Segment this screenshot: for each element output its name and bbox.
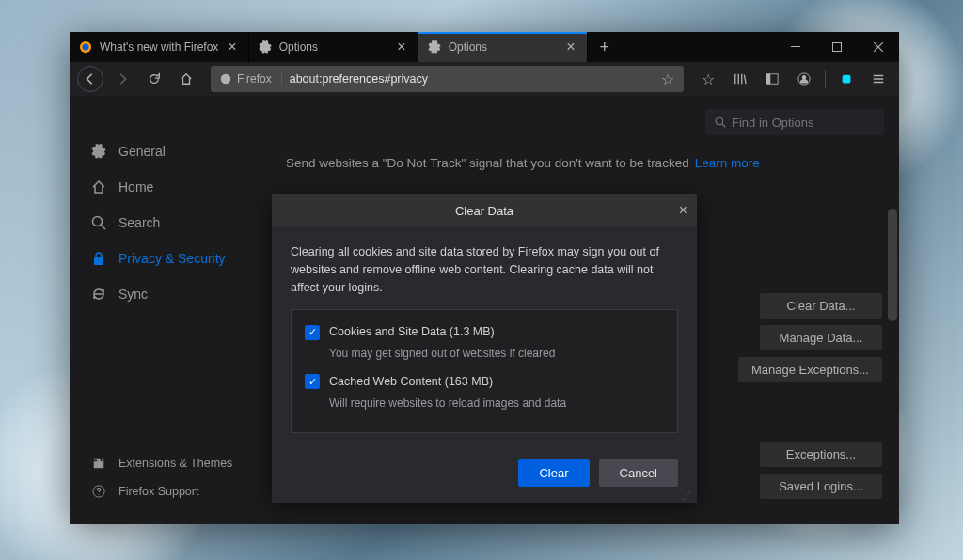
- minimize-button[interactable]: [775, 32, 816, 62]
- new-tab-button[interactable]: +: [588, 32, 622, 62]
- tab-strip: What's new with Firefox × Options × Opti…: [70, 32, 775, 62]
- svg-rect-6: [766, 74, 770, 85]
- clear-data-dialog: Clear Data × Clearing all cookies and si…: [272, 194, 697, 503]
- maximize-button[interactable]: [816, 32, 858, 62]
- gear-icon: [259, 40, 272, 54]
- tab-whats-new[interactable]: What's new with Firefox ×: [70, 32, 249, 62]
- tab-title: Options: [449, 40, 558, 54]
- tab-title: What's new with Firefox: [100, 40, 218, 54]
- tab-title: Options: [279, 40, 388, 54]
- firefox-window: What's new with Firefox × Options × Opti…: [70, 32, 899, 524]
- close-button[interactable]: [858, 32, 899, 62]
- library-icon[interactable]: [727, 66, 753, 92]
- checkbox-checked-icon[interactable]: ✓: [305, 325, 320, 340]
- cache-option: ✓ Cached Web Content (163 MB) Will requi…: [305, 373, 664, 412]
- url-text: about:preferences#privacy: [290, 72, 654, 86]
- dialog-backdrop: Clear Data × Clearing all cookies and si…: [70, 96, 899, 524]
- cancel-button[interactable]: Cancel: [599, 459, 678, 487]
- svg-point-4: [221, 74, 231, 85]
- checkbox-checked-icon[interactable]: ✓: [305, 374, 320, 389]
- clear-button[interactable]: Clear: [518, 459, 589, 487]
- resize-grip-icon[interactable]: ⋰: [272, 490, 697, 503]
- separator: [825, 70, 826, 88]
- dialog-description: Clearing all cookies and site data store…: [291, 243, 678, 296]
- sidebar-icon[interactable]: [759, 66, 785, 92]
- firefox-icon: [220, 73, 231, 85]
- option-label: Cookies and Site Data (1.3 MB): [329, 323, 495, 341]
- svg-point-8: [802, 75, 806, 79]
- account-icon[interactable]: [791, 66, 817, 92]
- cookies-option: ✓ Cookies and Site Data (1.3 MB) You may…: [305, 323, 664, 362]
- option-label: Cached Web Content (163 MB): [329, 373, 493, 391]
- bookmark-star-icon[interactable]: ☆: [661, 70, 674, 88]
- firefox-icon: [79, 40, 92, 54]
- content-area: General Home Search Privacy & Security S…: [70, 96, 899, 524]
- identity-box[interactable]: Firefox: [220, 72, 282, 86]
- dialog-options: ✓ Cookies and Site Data (1.3 MB) You may…: [291, 309, 678, 433]
- option-sub: Will require websites to reload images a…: [329, 395, 664, 412]
- close-icon[interactable]: ×: [226, 37, 238, 57]
- svg-rect-9: [843, 75, 851, 84]
- window-controls: [775, 32, 899, 62]
- titlebar: What's new with Firefox × Options × Opti…: [70, 32, 899, 62]
- toolbar-buttons: ☆: [695, 66, 892, 92]
- tab-options-2[interactable]: Options ×: [418, 32, 588, 62]
- pocket-icon[interactable]: ☆: [695, 66, 721, 92]
- svg-rect-2: [791, 46, 800, 47]
- dialog-header: Clear Data ×: [272, 194, 697, 226]
- svg-point-1: [83, 44, 89, 51]
- close-icon[interactable]: ×: [679, 202, 687, 219]
- extension-icon[interactable]: [833, 66, 860, 92]
- back-button[interactable]: [77, 66, 103, 92]
- urlbar[interactable]: Firefox about:preferences#privacy ☆: [211, 66, 684, 92]
- home-button[interactable]: [173, 66, 199, 92]
- menu-button[interactable]: [865, 66, 892, 92]
- navbar: Firefox about:preferences#privacy ☆ ☆: [70, 62, 899, 96]
- dialog-title: Clear Data: [455, 204, 513, 218]
- identity-label: Firefox: [237, 72, 272, 86]
- reload-button[interactable]: [141, 66, 167, 92]
- close-icon[interactable]: ×: [395, 37, 407, 57]
- tab-options-1[interactable]: Options ×: [249, 32, 418, 62]
- svg-rect-3: [833, 43, 842, 52]
- gear-icon: [428, 40, 441, 54]
- option-sub: You may get signed out of websites if cl…: [329, 345, 664, 362]
- dialog-body: Clearing all cookies and site data store…: [272, 226, 697, 446]
- close-icon[interactable]: ×: [564, 37, 576, 57]
- forward-button[interactable]: [109, 66, 135, 92]
